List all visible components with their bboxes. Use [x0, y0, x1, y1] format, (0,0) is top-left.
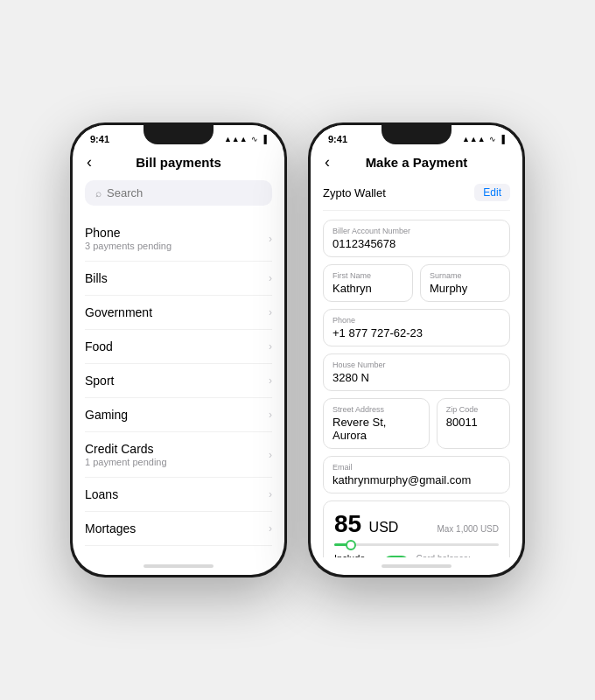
chevron-icon: › [269, 449, 272, 461]
house-field[interactable]: House Number 3280 N [323, 354, 510, 391]
phone-bill-payments: 9:41 ▲▲▲ ∿ ▐ ‹ Bill payments ⌕ [70, 122, 287, 578]
biller-account-field[interactable]: Biller Account Number 0112345678 [323, 220, 510, 257]
chevron-icon: › [269, 306, 272, 318]
menu-item-food[interactable]: Food › [85, 330, 272, 364]
menu-item-title: Phone [85, 226, 172, 240]
back-button-1[interactable]: ‹ [87, 153, 92, 172]
search-input[interactable] [107, 186, 262, 200]
street-label: Street Address [332, 405, 420, 414]
home-indicator-2 [311, 557, 522, 575]
status-bar-1: 9:41 ▲▲▲ ∿ ▐ [73, 125, 284, 148]
notch-1 [144, 125, 214, 144]
phone-field[interactable]: Phone +1 877 727-62-23 [323, 309, 510, 346]
menu-item-sub: 3 payments pending [85, 241, 172, 251]
scene: 9:41 ▲▲▲ ∿ ▐ ‹ Bill payments ⌕ [52, 88, 542, 612]
wallet-row: Zypto Wallet Edit [323, 177, 510, 211]
chevron-icon: › [269, 272, 272, 284]
home-bar-1 [144, 564, 214, 568]
menu-list: Phone 3 payments pending › Bills › G [73, 216, 284, 557]
zip-value: 80011 [446, 416, 500, 429]
chevron-icon: › [269, 488, 272, 500]
signal-icon: ▲▲▲ [224, 135, 248, 144]
phone-make-payment: 9:41 ▲▲▲ ∿ ▐ ‹ Make a Payment Zypto Wall… [308, 122, 525, 578]
payment-screen: Zypto Wallet Edit Biller Account Number … [311, 177, 522, 557]
surname-value: Murphy [430, 282, 500, 295]
fees-toggle[interactable] [383, 556, 410, 557]
amount-row: 85 USD Max 1,000 USD [334, 510, 499, 538]
phone-label: Phone [332, 316, 500, 325]
chevron-icon: › [269, 409, 272, 421]
chevron-icon: › [269, 233, 272, 245]
status-time-2: 9:41 [328, 134, 347, 144]
email-value: kathrynmurphy@gmail.com [332, 473, 500, 486]
back-button-2[interactable]: ‹ [325, 153, 330, 172]
surname-field[interactable]: Surname Murphy [420, 264, 510, 302]
page-title-1: Bill payments [136, 155, 221, 170]
menu-item-title: Food [85, 340, 113, 354]
surname-label: Surname [430, 271, 500, 280]
zip-label: Zip Code [446, 405, 500, 414]
wifi-icon: ∿ [489, 135, 496, 144]
menu-item-title: Government [85, 305, 152, 319]
home-indicator-1 [73, 557, 284, 575]
menu-item-title: Mortages [85, 522, 136, 536]
house-label: House Number [332, 360, 500, 369]
first-name-value: Kathryn [332, 282, 403, 295]
amount-currency: USD [369, 520, 399, 535]
menu-item-gaming[interactable]: Gaming › [85, 398, 272, 432]
search-bar[interactable]: ⌕ [85, 180, 272, 206]
menu-item-sub: 1 payment pending [85, 457, 167, 467]
zip-field[interactable]: Zip Code 80011 [437, 398, 510, 449]
wallet-edit-button[interactable]: Edit [474, 184, 510, 201]
menu-item-title: Bills [85, 271, 108, 285]
first-name-field[interactable]: First Name Kathryn [323, 264, 413, 302]
wallet-name: Zypto Wallet [323, 186, 386, 200]
menu-item-credit-cards[interactable]: Credit Cards 1 payment pending › [85, 432, 272, 478]
amount-slider-track[interactable] [334, 543, 499, 546]
menu-item-phone[interactable]: Phone 3 payments pending › [85, 216, 272, 262]
menu-item-car-financing[interactable]: Car financing › [85, 546, 272, 557]
status-icons-1: ▲▲▲ ∿ ▐ [224, 135, 267, 144]
biller-account-value: 0112345678 [332, 237, 500, 250]
menu-screen: Phone 3 payments pending › Bills › G [73, 216, 284, 557]
chevron-icon: › [269, 374, 272, 387]
address-row: Street Address Revere St, Aurora Zip Cod… [323, 398, 510, 449]
first-name-label: First Name [332, 271, 403, 280]
menu-item-title: Gaming [85, 408, 128, 422]
nav-bar-1: ‹ Bill payments [73, 148, 284, 177]
amount-section: 85 USD Max 1,000 USD Include fees [323, 500, 510, 557]
menu-item-mortages[interactable]: Mortages › [85, 512, 272, 546]
amount-max: Max 1,000 USD [437, 524, 499, 534]
menu-item-sport[interactable]: Sport › [85, 364, 272, 398]
email-field[interactable]: Email kathrynmurphy@gmail.com [323, 456, 510, 494]
house-value: 3280 N [332, 371, 500, 384]
status-time-1: 9:41 [90, 134, 109, 144]
battery-icon: ▐ [262, 135, 267, 144]
chevron-icon: › [269, 522, 272, 535]
street-value: Revere St, Aurora [332, 416, 420, 442]
amount-display: 85 USD [334, 510, 398, 538]
search-icon: ⌕ [95, 187, 102, 200]
status-bar-2: 9:41 ▲▲▲ ∿ ▐ [311, 125, 522, 148]
status-icons-2: ▲▲▲ ∿ ▐ [462, 135, 505, 144]
battery-icon: ▐ [500, 135, 505, 144]
menu-item-title: Credit Cards [85, 442, 167, 456]
signal-icon: ▲▲▲ [462, 135, 486, 144]
home-bar-2 [382, 564, 452, 568]
biller-account-label: Biller Account Number [332, 227, 500, 235]
email-label: Email [332, 463, 500, 472]
menu-item-loans[interactable]: Loans › [85, 478, 272, 512]
menu-item-government[interactable]: Government › [85, 296, 272, 330]
name-row: First Name Kathryn Surname Murphy [323, 264, 510, 302]
wifi-icon: ∿ [251, 135, 258, 144]
street-field[interactable]: Street Address Revere St, Aurora [323, 398, 430, 449]
page-title-2: Make a Payment [366, 155, 468, 170]
payment-content: Zypto Wallet Edit Biller Account Number … [311, 177, 522, 557]
amount-number: 85 [334, 510, 361, 537]
menu-item-bills[interactable]: Bills › [85, 262, 272, 296]
nav-bar-2: ‹ Make a Payment [311, 148, 522, 177]
notch-2 [382, 125, 452, 144]
menu-item-title: Loans [85, 487, 118, 501]
amount-slider-thumb [346, 540, 356, 550]
phone-value: +1 877 727-62-23 [332, 326, 500, 340]
